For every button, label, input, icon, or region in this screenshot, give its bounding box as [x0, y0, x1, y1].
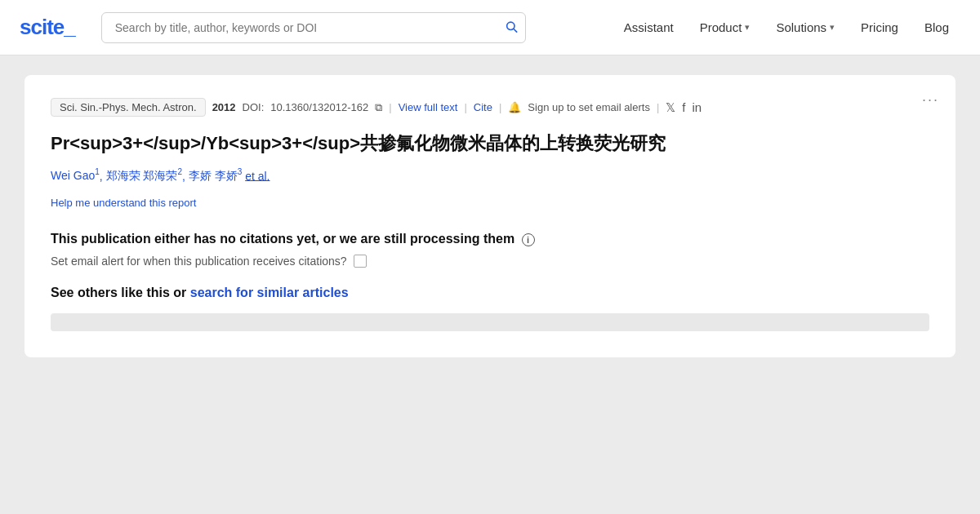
- search-bar: [101, 12, 526, 43]
- doi-label: DOI:: [243, 101, 265, 113]
- view-full-text-link[interactable]: View full text: [399, 101, 458, 113]
- meta-row: Sci. Sin.-Phys. Mech. Astron. 2012 DOI: …: [51, 98, 929, 117]
- help-link[interactable]: Help me understand this report: [51, 197, 196, 209]
- search-button[interactable]: [505, 20, 518, 35]
- doi-value: 10.1360/132012-162: [270, 101, 368, 113]
- solutions-chevron-icon: ▾: [830, 22, 835, 33]
- publication-year: 2012: [212, 101, 236, 113]
- author-2-link[interactable]: 郑海荣 郑海荣2: [106, 169, 182, 182]
- divider-4: |: [657, 101, 659, 113]
- nav-item-solutions[interactable]: Solutions ▾: [764, 14, 846, 41]
- see-others: See others like this or search for simil…: [51, 286, 929, 300]
- divider-1: |: [389, 101, 391, 113]
- page-background: ··· Sci. Sin.-Phys. Mech. Astron. 2012 D…: [0, 55, 980, 514]
- search-similar-link[interactable]: search for similar articles: [190, 286, 349, 299]
- copy-doi-icon[interactable]: ⧉: [375, 101, 382, 114]
- citations-heading: This publication either has no citations…: [51, 232, 929, 246]
- product-chevron-icon: ▾: [745, 22, 750, 33]
- nav-item-blog[interactable]: Blog: [913, 14, 960, 41]
- authors: Wei Gao1, 郑海荣 郑海荣2, 李娇 李娇3 et al.: [51, 168, 929, 184]
- email-alert-row: Set email alert for when this publicatio…: [51, 255, 929, 268]
- nav-item-pricing[interactable]: Pricing: [849, 14, 910, 41]
- divider-3: |: [499, 101, 501, 113]
- social-icons: 𝕏 f in: [666, 100, 702, 115]
- nav-item-assistant[interactable]: Assistant: [612, 14, 685, 41]
- bottom-bar: [51, 313, 929, 331]
- paper-card: ··· Sci. Sin.-Phys. Mech. Astron. 2012 D…: [24, 75, 956, 357]
- cite-link[interactable]: Cite: [474, 101, 492, 113]
- search-icon: [505, 20, 518, 33]
- et-al-link[interactable]: et al.: [245, 169, 270, 182]
- main-nav: Assistant Product ▾ Solutions ▾ Pricing …: [612, 14, 960, 41]
- logo[interactable]: scite_: [20, 15, 75, 40]
- facebook-icon[interactable]: f: [682, 100, 685, 114]
- author-1-link[interactable]: Wei Gao1: [51, 169, 100, 182]
- info-icon[interactable]: i: [522, 233, 535, 246]
- email-alert-label: Set email alert for when this publicatio…: [51, 255, 347, 268]
- twitter-icon[interactable]: 𝕏: [666, 100, 675, 115]
- linkedin-icon[interactable]: in: [692, 100, 702, 114]
- email-alert-checkbox[interactable]: [354, 255, 367, 268]
- alert-text[interactable]: Sign up to set email alerts: [528, 101, 650, 113]
- journal-badge: Sci. Sin.-Phys. Mech. Astron.: [51, 98, 206, 117]
- paper-title: Pr<sup>3+</sup>/Yb<sup>3+</sup>共掺氟化物微米晶体…: [51, 131, 929, 157]
- divider-2: |: [464, 101, 466, 113]
- more-options-button[interactable]: ···: [922, 91, 939, 109]
- author-3-link[interactable]: 李娇 李娇3: [189, 169, 242, 182]
- nav-item-product[interactable]: Product ▾: [688, 14, 762, 41]
- svg-line-1: [514, 29, 517, 32]
- search-input[interactable]: [101, 12, 526, 43]
- header: scite_ Assistant Product ▾ Solutions ▾ P…: [0, 0, 980, 55]
- bell-icon: 🔔: [508, 101, 521, 113]
